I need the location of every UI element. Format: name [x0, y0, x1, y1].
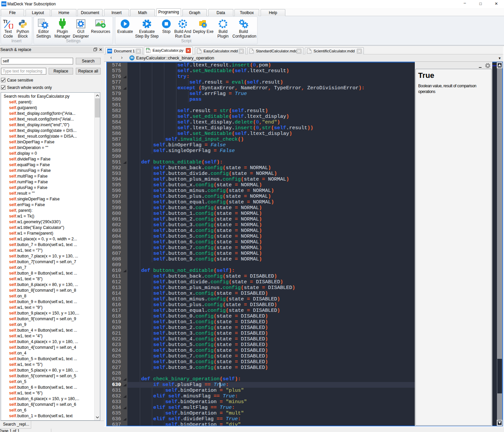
svg-text:{}: {}	[8, 23, 13, 29]
svg-text:PY: PY	[146, 48, 150, 51]
svg-text:Tt: Tt	[3, 19, 8, 24]
